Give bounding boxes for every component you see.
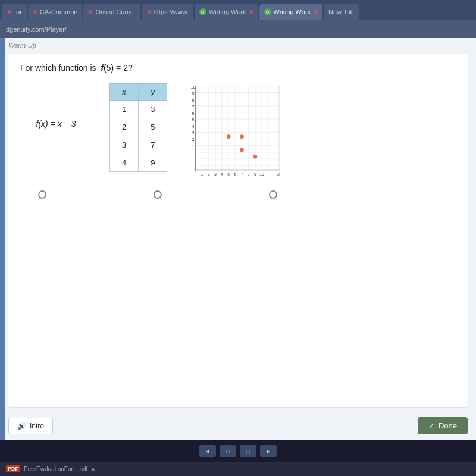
table-cell: 2 (110, 118, 139, 136)
tab-writing-1[interactable]: ⊙ Writing Work ✕ (195, 4, 258, 20)
address-text: dgenuity.com/Player/ (6, 26, 67, 33)
svg-text:5: 5 (192, 118, 195, 122)
svg-text:6: 6 (234, 172, 237, 176)
tab-online-curric[interactable]: ✕ Online Curric. (83, 4, 140, 20)
pdf-label: PeerEvaluationFor....pdf (24, 466, 87, 472)
svg-text:2: 2 (192, 137, 195, 142)
graph-point (240, 134, 245, 139)
table-cell: 1 (110, 101, 139, 118)
browser-frame: ✕ for ✕ CA-Common ✕ Online Curric. ✕ htt… (0, 0, 476, 476)
svg-text:9: 9 (192, 91, 195, 95)
svg-text:6: 6 (192, 111, 195, 115)
table-cell: 9 (139, 154, 167, 172)
svg-text:7: 7 (192, 105, 195, 109)
done-label: Done (439, 421, 457, 430)
table-header-y: y (139, 84, 167, 101)
table-cell: 5 (139, 118, 167, 136)
done-button[interactable]: ✓ Done (418, 417, 468, 434)
graph-point (240, 148, 245, 152)
graph-point (253, 155, 258, 159)
radio-option-2[interactable] (154, 190, 162, 199)
tab-label: CA-Common (40, 8, 78, 15)
radio-option-1[interactable] (38, 190, 46, 199)
svg-text:4: 4 (221, 172, 224, 176)
svg-text:1: 1 (192, 145, 195, 149)
function-label: f(x) = x − 3 (36, 119, 76, 129)
table-row: 2 5 (110, 118, 167, 136)
table-cell: 3 (110, 136, 139, 154)
svg-text:7: 7 (241, 172, 243, 176)
svg-text:4: 4 (192, 124, 195, 129)
taskbar-window-btn[interactable]: □ (220, 445, 236, 457)
option-function: f(x) = x − 3 (20, 83, 92, 129)
svg-text:5: 5 (228, 172, 230, 176)
tab-x-icon: ✕ (88, 9, 93, 15)
tab-x-icon: ✕ (33, 9, 37, 15)
table-row: 4 9 (110, 154, 167, 172)
checkmark-icon: ✓ (428, 421, 435, 430)
svg-text:3: 3 (192, 131, 195, 135)
warm-up-label: Warm-Up (0, 38, 476, 50)
tab-new-tab[interactable]: New Tab (324, 4, 359, 20)
taskbar-window-btn-2[interactable]: □ (240, 445, 256, 457)
caret-icon: ∧ (91, 466, 95, 472)
writing-icon: ⊙ (264, 8, 271, 15)
svg-text:9: 9 (254, 172, 256, 176)
svg-text:10: 10 (260, 172, 265, 176)
radio-circle-1[interactable] (38, 190, 46, 199)
table-header-x: x (110, 84, 139, 101)
graph-point (227, 134, 231, 139)
tab-label: New Tab (328, 8, 354, 15)
svg-text:8: 8 (248, 172, 250, 176)
tab-https[interactable]: ✕ https://www. (142, 4, 193, 20)
graph-svg: 10 9 8 7 6 5 4 3 2 1 1 2 3 4 (185, 83, 280, 178)
taskbar-forward-btn[interactable]: ► (260, 445, 277, 457)
svg-text:2: 2 (208, 172, 210, 176)
tab-x-icon: ✕ (313, 9, 318, 15)
pdf-icon: PDF (6, 465, 20, 472)
tab-for[interactable]: ✕ for (2, 4, 27, 20)
option-graph-container: 10 9 8 7 6 5 4 3 2 1 1 2 3 4 (185, 83, 280, 178)
radio-option-3[interactable] (269, 190, 277, 199)
svg-text:3: 3 (214, 172, 217, 176)
tab-label: Online Curric. (95, 8, 135, 15)
radio-circle-2[interactable] (154, 190, 162, 199)
sidebar-accent (0, 38, 5, 440)
tab-x-icon: ✕ (249, 9, 253, 15)
table-cell: 4 (110, 154, 139, 172)
tab-x-icon: ✕ (7, 9, 12, 15)
svg-text:10: 10 (191, 85, 196, 89)
question-text: For which function is f(5) = 2? (20, 63, 456, 73)
radio-row (20, 190, 456, 199)
tab-x-icon: ✕ (146, 9, 151, 15)
page-content: Warm-Up For which function is f(5) = 2? … (0, 38, 476, 440)
taskbar: ◄ □ □ ► (0, 440, 476, 462)
writing-icon: ⊙ (199, 8, 206, 15)
data-table: x y 1 3 2 5 (109, 83, 167, 172)
tab-label: for (14, 8, 22, 15)
pdf-bar: PDF PeerEvaluationFor....pdf ∧ (0, 462, 476, 476)
tab-writing-2[interactable]: ⊙ Writing Work ✕ (259, 4, 323, 20)
address-bar: dgenuity.com/Player/ (0, 20, 476, 38)
table-cell: 7 (139, 136, 167, 154)
intro-button[interactable]: 🔊 Intro (8, 418, 53, 434)
option-table-container: x y 1 3 2 5 (109, 83, 167, 172)
svg-text:8: 8 (192, 98, 195, 102)
options-row: f(x) = x − 3 x y 1 (20, 83, 456, 178)
taskbar-back-btn[interactable]: ◄ (199, 445, 216, 457)
table-row: 1 3 (110, 101, 167, 118)
tab-bar: ✕ for ✕ CA-Common ✕ Online Curric. ✕ htt… (0, 0, 476, 20)
speaker-icon: 🔊 (17, 422, 26, 430)
svg-text:1: 1 (201, 172, 203, 176)
table-row: 3 7 (110, 136, 167, 154)
question-area: For which function is f(5) = 2? f(x) = x… (8, 54, 468, 407)
tab-ca-common[interactable]: ✕ CA-Common (28, 4, 83, 20)
svg-text:x: x (277, 171, 281, 177)
radio-circle-3[interactable] (269, 190, 277, 199)
tab-label: https://www. (154, 8, 189, 15)
table-cell: 3 (139, 101, 167, 118)
intro-label: Intro (30, 422, 44, 430)
bottom-bar: 🔊 Intro ✓ Done (0, 411, 476, 440)
tab-label: Writing Work (274, 8, 311, 15)
tab-label: Writing Work (209, 8, 246, 15)
